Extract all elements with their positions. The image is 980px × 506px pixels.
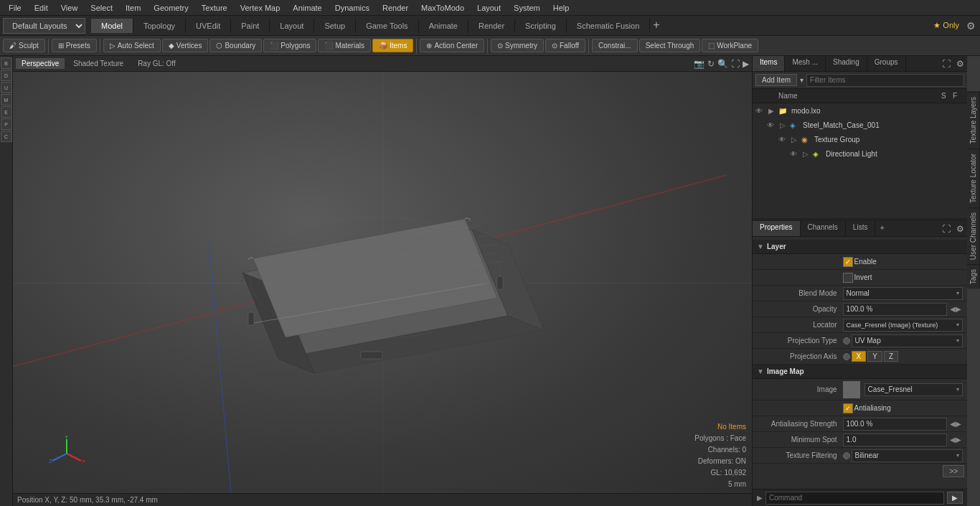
- layout-tab-scripting[interactable]: Scripting: [515, 19, 567, 33]
- sculpt-button[interactable]: 🖌 Sculpt: [3, 39, 45, 52]
- layout-tab-schematic[interactable]: Schematic Fusion: [567, 19, 650, 33]
- visibility-icon[interactable]: 👁: [767, 121, 780, 129]
- aa-slider-icon[interactable]: ◀▶: [948, 420, 963, 428]
- layout-tab-setup[interactable]: Setup: [314, 19, 356, 33]
- menu-dynamics[interactable]: Dynamics: [329, 2, 375, 14]
- axis-y-button[interactable]: Y: [867, 351, 882, 362]
- props-tab-channels[interactable]: Channels: [801, 221, 846, 236]
- layout-tab-render[interactable]: Render: [468, 19, 515, 33]
- left-tool-btn[interactable]: E: [1, 106, 12, 118]
- more-button[interactable]: >>: [943, 465, 964, 477]
- boundary-button[interactable]: ⬡ Boundary: [209, 39, 262, 52]
- falloff-button[interactable]: ⊙ Falloff: [545, 39, 585, 52]
- tree-item-modo-lxo[interactable]: 👁 ▶ 📁 modo.lxo: [753, 103, 967, 118]
- visibility-icon[interactable]: 👁: [790, 150, 803, 158]
- presets-button[interactable]: ⊞ Presets: [52, 39, 97, 52]
- auto-select-button[interactable]: ▷ Auto Select: [103, 39, 161, 52]
- right-tab-items[interactable]: Items: [753, 56, 785, 71]
- axis-x-button[interactable]: X: [852, 351, 867, 362]
- viewport-tab-raygl[interactable]: Ray GL: Off: [132, 58, 182, 69]
- right-tab-groups[interactable]: Groups: [867, 56, 906, 71]
- axis-z-button[interactable]: Z: [884, 351, 898, 362]
- menu-layout[interactable]: Layout: [471, 2, 507, 14]
- texture-filtering-dropdown[interactable]: Bilinear ▾: [852, 449, 963, 462]
- materials-button[interactable]: ⬛ Materials: [318, 39, 371, 52]
- filter-items-input[interactable]: [806, 74, 964, 87]
- command-expand-icon[interactable]: ▶: [757, 494, 763, 502]
- menu-animate[interactable]: Animate: [287, 2, 327, 14]
- left-tool-btn[interactable]: M: [1, 94, 12, 106]
- left-tool-btn[interactable]: C: [1, 131, 12, 142]
- enable-checkbox[interactable]: ✓: [843, 257, 853, 267]
- min-spot-input[interactable]: [843, 434, 947, 446]
- tree-item-steel-case[interactable]: 👁 ▷ ◈ Steel_Match_Case_001: [753, 118, 967, 132]
- menu-vertex-map[interactable]: Vertex Map: [235, 2, 286, 14]
- search-icon[interactable]: 🔍: [717, 59, 728, 69]
- left-tool-btn[interactable]: D: [1, 70, 12, 81]
- props-tab-properties[interactable]: Properties: [753, 221, 801, 236]
- layout-tab-paint[interactable]: Paint: [231, 19, 270, 33]
- command-input[interactable]: [765, 492, 944, 505]
- tree-item-texture-group[interactable]: 👁 ▷ ◉ Texture Group: [753, 132, 967, 146]
- projection-type-checkbox[interactable]: [843, 337, 850, 345]
- symmetry-button[interactable]: ⊙ Symmetry: [491, 39, 544, 52]
- expand-icon[interactable]: ▷: [780, 121, 790, 129]
- props-tab-add-button[interactable]: +: [875, 221, 888, 236]
- layer-section-header[interactable]: ▼ Layer: [753, 240, 967, 254]
- viewport[interactable]: X Y Z No Items Polygons : Face Channels:…: [13, 72, 752, 493]
- expand-icon[interactable]: ▶: [743, 59, 749, 69]
- tree-item-directional-light[interactable]: 👁 ▷ ◈ Directional Light: [753, 146, 967, 161]
- menu-geometry[interactable]: Geometry: [148, 2, 194, 14]
- aa-strength-input[interactable]: [843, 418, 947, 431]
- layout-tab-model[interactable]: Model: [91, 19, 133, 33]
- menu-view[interactable]: View: [55, 2, 84, 14]
- only-label[interactable]: ★ Only: [929, 19, 963, 32]
- layout-tab-topology[interactable]: Topology: [133, 19, 186, 33]
- image-preview[interactable]: [843, 381, 860, 398]
- action-center-button[interactable]: ⊕ Action Center: [420, 39, 484, 52]
- layout-tab-animate[interactable]: Animate: [419, 19, 468, 33]
- camera-icon[interactable]: 📷: [694, 59, 705, 69]
- menu-maxtomode[interactable]: MaxToModo: [415, 2, 470, 14]
- menu-select[interactable]: Select: [85, 2, 118, 14]
- viewport-tab-shaded[interactable]: Shaded Texture: [67, 58, 129, 69]
- add-item-dropdown-icon[interactable]: ▾: [800, 76, 804, 84]
- expand-icon[interactable]: ▶: [768, 107, 778, 115]
- right-tab-mesh[interactable]: Mesh ...: [785, 56, 826, 71]
- left-tool-btn[interactable]: P: [1, 118, 12, 130]
- opacity-slider-icon[interactable]: ◀▶: [948, 305, 963, 313]
- image-dropdown[interactable]: Case_Fresnel ▾: [864, 383, 963, 396]
- select-through-button[interactable]: Select Through: [639, 39, 701, 52]
- blend-mode-dropdown[interactable]: Normal ▾: [843, 287, 963, 300]
- fullscreen-icon[interactable]: ⛶: [731, 59, 740, 69]
- items-button[interactable]: 📦 Items: [372, 39, 413, 52]
- items-tree[interactable]: 👁 ▶ 📁 modo.lxo 👁 ▷ ◈ Steel_Match_Case_00…: [753, 103, 967, 218]
- props-expand-icon[interactable]: ⛶: [939, 224, 953, 234]
- expand-icon[interactable]: ▷: [791, 136, 801, 144]
- add-item-button[interactable]: Add Item: [755, 74, 797, 86]
- refresh-icon[interactable]: ↻: [707, 59, 715, 69]
- menu-item[interactable]: Item: [120, 2, 146, 14]
- antialiasing-checkbox[interactable]: ✓: [843, 403, 853, 413]
- menu-system[interactable]: System: [508, 2, 546, 14]
- right-tab-shading[interactable]: Shading: [826, 56, 867, 71]
- workplane-button[interactable]: ⬚ WorkPlane: [702, 39, 758, 52]
- tex-filter-checkbox[interactable]: [843, 452, 850, 459]
- right-panel-settings-icon[interactable]: ⚙: [953, 59, 967, 69]
- min-spot-slider-icon[interactable]: ◀▶: [948, 436, 963, 444]
- constraints-button[interactable]: Constrai...: [592, 39, 638, 52]
- tags-tab[interactable]: Tags: [967, 264, 980, 289]
- layout-tab-layout[interactable]: Layout: [270, 19, 314, 33]
- right-panel-expand-icon[interactable]: ⛶: [939, 59, 953, 69]
- expand-icon[interactable]: ▷: [803, 150, 813, 158]
- menu-render[interactable]: Render: [377, 2, 414, 14]
- menu-file[interactable]: File: [3, 2, 27, 14]
- props-settings-icon[interactable]: ⚙: [953, 224, 967, 234]
- proj-axis-checkbox[interactable]: [843, 353, 850, 360]
- menu-texture[interactable]: Texture: [196, 2, 233, 14]
- command-run-button[interactable]: ▶: [947, 492, 963, 504]
- left-tool-btn[interactable]: B: [1, 57, 12, 69]
- props-tab-lists[interactable]: Lists: [846, 221, 876, 236]
- viewport-tab-perspective[interactable]: Perspective: [16, 58, 65, 69]
- layout-add-button[interactable]: +: [650, 19, 662, 33]
